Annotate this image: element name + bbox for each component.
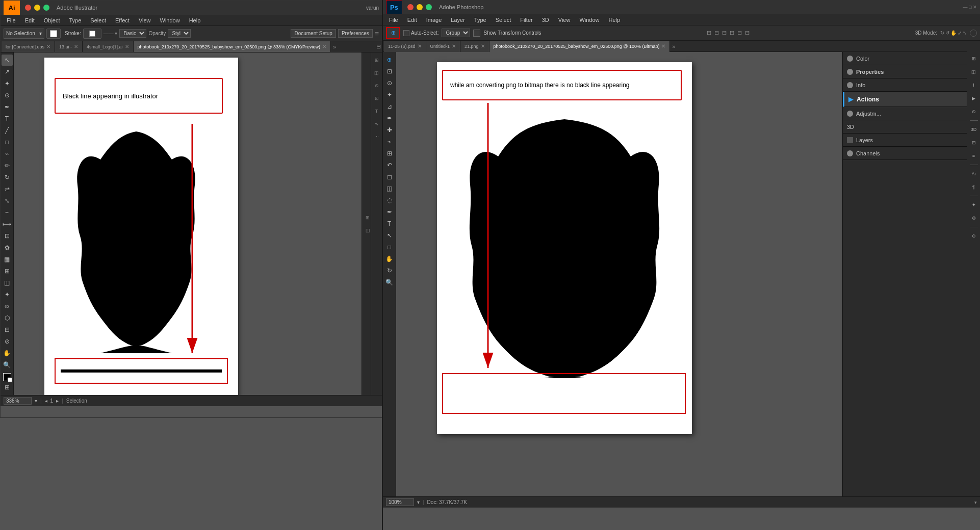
ai-mini-tool-3[interactable]: ⊙ xyxy=(371,80,382,91)
ps-align-middle-icon[interactable]: ⊟ xyxy=(737,30,742,36)
rectangle-tool[interactable]: □ xyxy=(2,137,13,148)
no-selection-dropdown[interactable]: No Selection ▾ xyxy=(4,29,44,39)
ps-magic-wand-tool[interactable]: ✦ xyxy=(384,89,395,100)
ps-zoom-input[interactable] xyxy=(386,498,414,506)
ps-menu-image[interactable]: Image xyxy=(422,16,446,24)
ps-pen-tool[interactable]: ✒ xyxy=(384,206,395,218)
artboard-tool[interactable]: ⊟ xyxy=(2,324,13,335)
ps-move-tool[interactable]: ⊕ xyxy=(384,54,395,65)
ps-dodge-tool[interactable]: ◌ xyxy=(384,195,395,206)
stroke-style-select[interactable]: Basic xyxy=(119,29,146,38)
tab-close-4small[interactable]: ✕ xyxy=(125,44,129,49)
ps-healing-tool[interactable]: ✚ xyxy=(384,124,395,136)
ps-3d-rotate-icon[interactable]: ↻ xyxy=(940,30,944,36)
ps-adjustments-panel-header[interactable]: Adjustm... ▶ xyxy=(843,107,980,120)
stroke-color-box[interactable] xyxy=(83,29,101,39)
ps-layers-panel-header[interactable]: Layers ▶ xyxy=(843,134,980,147)
panel-toggle-icon[interactable]: ≡ xyxy=(375,30,379,38)
ps-right-icon-3[interactable]: i xyxy=(968,80,979,91)
ai-mini-tool-4[interactable]: ⊡ xyxy=(371,93,382,104)
ps-menu-file[interactable]: File xyxy=(385,16,402,24)
fill-color-box[interactable] xyxy=(46,29,61,39)
tab-close-lor[interactable]: ✕ xyxy=(46,44,50,49)
ps-close-button[interactable] xyxy=(407,4,414,10)
lasso-tool[interactable]: ⊙ xyxy=(2,90,13,101)
ps-eyedropper-tool[interactable]: ✒ xyxy=(384,113,395,124)
zoom-tool[interactable]: 🔍 xyxy=(2,359,13,370)
live-paint-tool[interactable]: ⬡ xyxy=(2,312,13,324)
ps-shape-tool[interactable]: □ xyxy=(384,242,395,253)
ps-tab-photobook[interactable]: photobook_210x270_20_20170525_babyshow_e… xyxy=(489,41,670,52)
ps-right-icon-11[interactable]: ✦ xyxy=(968,199,979,210)
ps-show-transform-checkbox[interactable] xyxy=(473,30,480,37)
ps-color-panel-header[interactable]: Color ▶ xyxy=(843,52,980,65)
tab-13ai[interactable]: 13.ai - ✕ xyxy=(55,41,83,52)
tab-4small[interactable]: 4small_Logo[1].ai ✕ xyxy=(83,41,134,52)
blend-tool[interactable]: ∞ xyxy=(2,301,13,312)
ps-right-icon-6[interactable]: 3D xyxy=(968,124,979,135)
tab-arrange-icon[interactable]: ⊟ xyxy=(376,43,381,50)
ps-right-icon-1[interactable]: ⊞ xyxy=(968,53,979,64)
fill-swatch[interactable] xyxy=(3,373,11,381)
hand-tool[interactable]: ✋ xyxy=(2,348,13,359)
ps-history-brush-tool[interactable]: ↶ xyxy=(384,160,395,171)
menu-window[interactable]: Window xyxy=(156,16,184,24)
ps-move-tool-icon[interactable]: ⊕ xyxy=(386,27,400,39)
menu-object[interactable]: Object xyxy=(40,16,64,24)
ps-3d-scale-icon[interactable]: ⤡ xyxy=(963,30,967,36)
ai-mini-tool-6[interactable]: ∿ xyxy=(371,118,382,129)
change-screen-mode[interactable]: ⊞ xyxy=(2,382,13,393)
ps-align-top-icon[interactable]: ⊟ xyxy=(730,30,734,36)
ps-right-icon-12[interactable]: ⚙ xyxy=(968,213,979,224)
ps-align-left-icon[interactable]: ⊟ xyxy=(707,30,711,36)
scale-tool[interactable]: ⤡ xyxy=(2,195,13,206)
ps-tab-21png[interactable]: 21.png ✕ xyxy=(460,41,489,52)
ps-zoom-tool[interactable]: 🔍 xyxy=(384,277,395,288)
opacity-select[interactable]: Style: xyxy=(168,29,191,38)
ai-minimize-button[interactable] xyxy=(34,5,40,11)
ps-menu-view[interactable]: View xyxy=(554,16,575,24)
ps-tab-close-4[interactable]: ✕ xyxy=(661,43,665,49)
ai-mini-tool-1[interactable]: ⊞ xyxy=(371,55,382,66)
menu-help[interactable]: Help xyxy=(185,16,205,24)
ps-right-icon-7[interactable]: ⊟ xyxy=(968,137,979,148)
menu-type[interactable]: Type xyxy=(65,16,86,24)
ps-3d-pan-icon[interactable]: ✋ xyxy=(950,30,957,36)
ai-mini-tool-7[interactable]: ⋯ xyxy=(371,131,382,142)
ps-type-tool[interactable]: T xyxy=(384,218,395,229)
ps-menu-type[interactable]: Type xyxy=(470,16,491,24)
ps-menu-layer[interactable]: Layer xyxy=(447,16,469,24)
ps-menu-select[interactable]: Select xyxy=(492,16,515,24)
column-graph-tool[interactable]: ▦ xyxy=(2,254,13,265)
ai-close-button[interactable] xyxy=(25,5,31,11)
ai-maximize-button[interactable] xyxy=(43,5,49,11)
ps-tab-close-2[interactable]: ✕ xyxy=(452,43,456,49)
ps-brush-tool[interactable]: ⌁ xyxy=(384,136,395,147)
ps-minimize-button[interactable] xyxy=(417,4,423,10)
ps-lasso-tool[interactable]: ⊙ xyxy=(384,77,395,89)
ps-menu-window[interactable]: Window xyxy=(575,16,603,24)
ps-menu-filter[interactable]: Filter xyxy=(516,16,536,24)
ps-right-icon-2[interactable]: ◫ xyxy=(968,66,979,77)
ps-search-icon[interactable] xyxy=(970,30,977,37)
ps-gradient-tool[interactable]: ◫ xyxy=(384,183,395,194)
tab-photobook-ai[interactable]: photobook_210x270_20_20170525_babyshow_e… xyxy=(134,41,331,52)
ps-info-panel-header[interactable]: Info ▶ xyxy=(843,78,980,92)
ps-menu-3d[interactable]: 3D xyxy=(538,16,553,24)
ai-mini-tool-5[interactable]: T xyxy=(371,105,382,117)
ps-tab-overflow-icon[interactable]: » xyxy=(672,43,675,49)
ps-rect-select-tool[interactable]: ⊡ xyxy=(384,66,395,77)
ps-maximize-button[interactable] xyxy=(426,4,432,10)
ps-crop-tool[interactable]: ⊿ xyxy=(384,101,395,112)
ps-tab-close-1[interactable]: ✕ xyxy=(418,43,422,49)
slice-tool[interactable]: ⊘ xyxy=(2,336,13,347)
gradient-tool[interactable]: ◫ xyxy=(2,277,13,288)
ai-zoom-input[interactable] xyxy=(4,397,32,405)
ai-strip-tool-2[interactable]: ◫ xyxy=(362,225,371,236)
rotate-tool[interactable]: ↻ xyxy=(2,172,13,183)
preferences-button[interactable]: Preferences xyxy=(338,29,373,38)
ps-group-select[interactable]: Group xyxy=(442,29,470,37)
ps-right-icon-8[interactable]: ≡ xyxy=(968,150,979,162)
menu-edit[interactable]: Edit xyxy=(21,16,39,24)
ps-tab-close-3[interactable]: ✕ xyxy=(481,43,485,49)
